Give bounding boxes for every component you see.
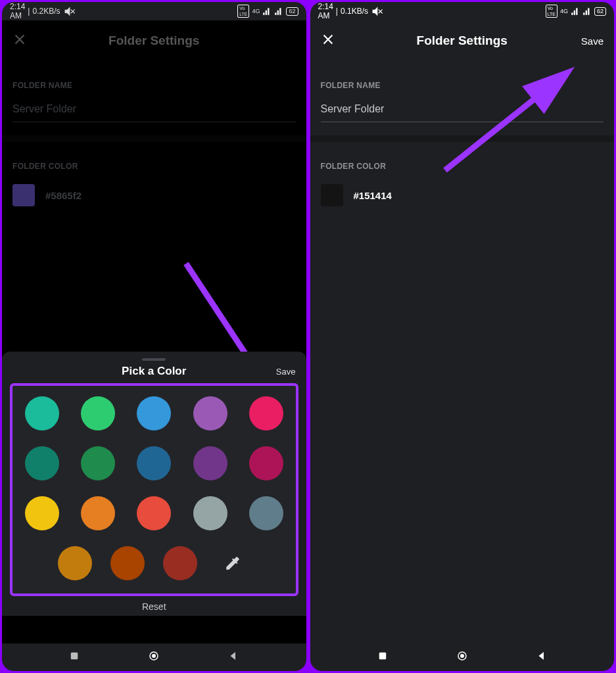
nav-bar — [310, 643, 615, 671]
save-button[interactable]: Save — [581, 35, 604, 47]
color-option[interactable] — [249, 496, 283, 530]
color-picker-sheet: Pick a Color Save Reset — [2, 352, 306, 616]
4g-label: 4G — [560, 8, 568, 14]
sheet-title: Pick a Color — [122, 365, 186, 378]
color-option[interactable] — [81, 446, 115, 480]
color-palette — [10, 383, 298, 596]
color-option[interactable] — [81, 496, 115, 530]
folder-name-input[interactable] — [321, 99, 604, 122]
reset-button[interactable]: Reset — [10, 601, 298, 612]
phone-right: 2:14 AM | 0.1KB/s VoLTE 4G 62 Folder Set… — [310, 2, 615, 671]
color-option[interactable] — [137, 496, 171, 530]
color-option[interactable] — [110, 546, 145, 580]
color-option[interactable] — [137, 396, 171, 430]
page-title: Folder Settings — [417, 34, 508, 48]
color-swatch — [321, 184, 343, 206]
color-option[interactable] — [193, 396, 227, 430]
header: Folder Settings — [2, 20, 306, 61]
status-net: 0.1KB/s — [341, 7, 368, 16]
status-time: 2:14 AM — [318, 2, 333, 20]
color-option[interactable] — [137, 446, 171, 480]
page-title: Folder Settings — [108, 34, 199, 48]
status-time: 2:14 AM — [10, 2, 25, 20]
color-swatch — [12, 184, 35, 206]
color-option[interactable] — [25, 446, 59, 480]
sheet-save-button[interactable]: Save — [276, 367, 296, 377]
color-option[interactable] — [193, 446, 227, 480]
color-option[interactable] — [249, 396, 283, 430]
volte-icon: VoLTE — [237, 5, 249, 18]
nav-recent-icon[interactable] — [68, 650, 80, 664]
folder-color-label: FOLDER COLOR — [310, 142, 615, 176]
nav-home-icon[interactable] — [456, 650, 468, 664]
color-hex: #151414 — [354, 190, 392, 201]
nav-recent-icon[interactable] — [377, 650, 389, 664]
status-net: 0.2KB/s — [32, 7, 60, 16]
phone-left: 2:14 AM | 0.2KB/s VoLTE 4G 62 Folder Set… — [2, 2, 306, 671]
close-icon[interactable] — [12, 32, 27, 49]
color-option[interactable] — [58, 546, 92, 580]
svg-rect-2 — [71, 653, 78, 660]
color-hex: #5865f2 — [45, 190, 82, 201]
nav-back-icon[interactable] — [536, 650, 548, 664]
folder-name-label: FOLDER NAME — [310, 61, 615, 95]
color-option[interactable] — [25, 396, 59, 430]
folder-name-input[interactable] — [12, 99, 296, 122]
color-option[interactable] — [249, 446, 283, 480]
signal-icon — [571, 7, 580, 16]
mute-icon — [371, 5, 385, 18]
signal-icon — [262, 7, 272, 16]
status-bar: 2:14 AM | 0.2KB/s VoLTE 4G 62 — [2, 2, 306, 20]
status-bar: 2:14 AM | 0.1KB/s VoLTE 4G 62 — [310, 2, 615, 20]
eyedropper-icon[interactable] — [216, 546, 250, 580]
folder-color-row[interactable]: #5865f2 — [2, 176, 306, 214]
nav-home-icon[interactable] — [148, 650, 160, 664]
color-option[interactable] — [25, 496, 59, 530]
close-icon[interactable] — [321, 32, 335, 49]
signal-icon-2 — [582, 7, 592, 16]
divider — [310, 135, 615, 142]
divider — [2, 135, 306, 142]
signal-icon-2 — [274, 7, 283, 16]
color-option[interactable] — [163, 546, 197, 580]
svg-rect-7 — [379, 653, 387, 660]
folder-color-row[interactable]: #151414 — [310, 176, 615, 214]
4g-label: 4G — [252, 8, 260, 14]
volte-icon: VoLTE — [546, 5, 557, 18]
sheet-handle[interactable] — [142, 358, 166, 361]
color-option[interactable] — [81, 396, 115, 430]
color-option[interactable] — [193, 496, 227, 530]
nav-bar — [2, 643, 306, 671]
mute-icon — [63, 5, 77, 18]
svg-point-4 — [152, 654, 156, 658]
battery-icon: 62 — [594, 7, 606, 16]
svg-point-9 — [460, 654, 464, 658]
nav-back-icon[interactable] — [227, 650, 239, 664]
header: Folder Settings Save — [310, 20, 615, 61]
folder-name-label: FOLDER NAME — [2, 61, 306, 95]
folder-color-label: FOLDER COLOR — [2, 142, 306, 176]
battery-icon: 62 — [286, 7, 298, 16]
